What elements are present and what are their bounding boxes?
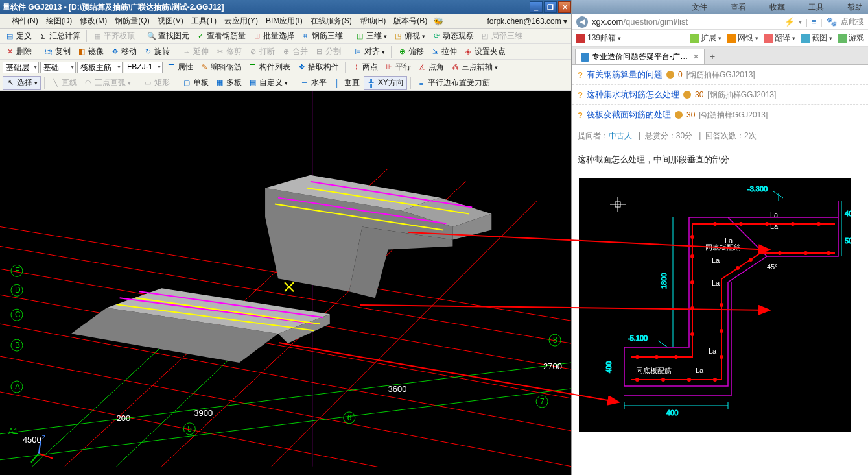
br-menu-help[interactable]: 帮助 (842, 2, 868, 13)
batch-button[interactable]: ⊞批量选择 (250, 30, 297, 42)
svg-text:La: La (770, 211, 779, 219)
br-menu-fav[interactable]: 收藏 (764, 2, 790, 13)
viewgj-button[interactable]: ✓查看钢筋量 (193, 30, 248, 42)
back-button[interactable]: ◀ (576, 16, 588, 28)
pick-button[interactable]: ✥拾取构件 (294, 61, 342, 73)
menu-cloud[interactable]: 云应用(Y) (220, 16, 262, 27)
category-dropdown[interactable]: 基础 (40, 62, 76, 73)
copy-button[interactable]: ⿻复制 (41, 45, 73, 58)
sum-button[interactable]: Σ汇总计算 (36, 30, 83, 42)
arc3-button[interactable]: ◠三点画弧▾ (81, 77, 134, 89)
single-button[interactable]: ▢单板 (180, 77, 211, 89)
question-item[interactable]: ? 有关钢筋算量的问题 0 [钢筋抽样GGJ2013] (572, 65, 868, 85)
layer-dropdown[interactable]: 基础层 (3, 62, 39, 73)
close-button[interactable]: ✕ (558, 1, 571, 13)
coin-icon (666, 71, 674, 79)
br-menu-tool[interactable]: 工具 (803, 2, 829, 13)
edge-button[interactable]: ≡平行边布置受力筋 (414, 77, 493, 89)
offset-button[interactable]: ⊕偏移 (395, 45, 427, 58)
select-button[interactable]: ↖选择▾ (3, 76, 41, 90)
member-dropdown[interactable]: 筏板主筋 (77, 62, 123, 73)
menu-component[interactable]: 构件(N) (8, 16, 42, 27)
browser-tab[interactable]: 专业造价问题答疑平台-广联达✕ (575, 49, 705, 64)
menu-version[interactable]: 版本号(B) (390, 16, 431, 27)
flash-icon[interactable]: ⚡ (784, 17, 795, 27)
cap-tool[interactable]: 截图▾ (801, 32, 832, 43)
ang-button[interactable]: ∡点角 (415, 61, 447, 73)
split-button[interactable]: ⊟分割 (312, 45, 344, 58)
svg-point-61 (636, 356, 639, 358)
3d-button[interactable]: ◫三维▾ (353, 30, 390, 42)
three-button[interactable]: ⁂三点辅轴▾ (448, 61, 500, 73)
grip-button[interactable]: ◈设置夹点 (461, 45, 508, 58)
para-button[interactable]: ⊪平行 (382, 61, 414, 73)
findmap-button[interactable]: 🔍查找图元 (145, 30, 192, 42)
two-button[interactable]: ⊹两点 (349, 61, 381, 73)
toolbar-2: ✕删除 ⿻复制 ◧镜像 ✥移动 ↻旋转 →延伸 ✂修剪 ⊘打断 ⊕合并 ⊟分割 … (0, 44, 571, 60)
stretch-button[interactable]: ⇲拉伸 (428, 45, 460, 58)
svg-point-65 (691, 307, 694, 310)
prop-button[interactable]: ☰属性 (164, 61, 196, 73)
ver-button[interactable]: ║垂直 (331, 77, 362, 89)
list-button[interactable]: ☲构件列表 (246, 61, 293, 73)
svg-text:D: D (15, 286, 21, 295)
bank-tool[interactable]: 网银▾ (727, 32, 758, 43)
svg-text:La: La (696, 367, 704, 374)
trans-tool[interactable]: 翻译▾ (764, 32, 795, 43)
svg-text:-5.100: -5.100 (628, 334, 648, 342)
tab-close-icon[interactable]: ✕ (693, 53, 699, 61)
dyn-button[interactable]: ⟳动态观察 (429, 30, 476, 42)
menu-bim[interactable]: BIM应用(I) (262, 16, 307, 27)
paw-icon[interactable]: 🐾 (827, 17, 837, 27)
code-dropdown[interactable]: FBZJ-1 (124, 62, 163, 73)
minimize-button[interactable]: _ (530, 1, 543, 13)
xy-button[interactable]: ╬XY方向 (364, 76, 407, 90)
mirror-button[interactable]: ◧镜像 (75, 45, 106, 58)
menu-help[interactable]: 帮助(H) (356, 16, 390, 27)
custom-button[interactable]: ▤自定义▾ (246, 77, 290, 89)
menu-online[interactable]: 在线服务(S) (307, 16, 356, 27)
local3d-button[interactable]: ◰局部三维 (478, 30, 525, 42)
question-title[interactable]: 这种集水坑钢筋怎么处理 (587, 89, 679, 101)
question-item[interactable]: ? 这种集水坑钢筋怎么处理 30 [钢筋抽样GGJ2013] (572, 85, 868, 105)
svg-text:同底板配筋: 同底板配筋 (636, 367, 672, 374)
menu-modify[interactable]: 修改(M) (76, 16, 111, 27)
mail-tool[interactable]: 139邮箱▾ (576, 32, 621, 43)
move-button[interactable]: ✥移动 (108, 45, 139, 58)
extend-button[interactable]: →延伸 (180, 45, 211, 58)
br-menu-file[interactable]: 文件 (686, 2, 712, 13)
menu-draw[interactable]: 绘图(D) (42, 16, 76, 27)
menu-rebar[interactable]: 钢筋量(Q) (111, 16, 153, 27)
menu-tool[interactable]: 工具(T) (187, 16, 220, 27)
merge-button[interactable]: ⊕合并 (279, 45, 311, 58)
question-title[interactable]: 筏板变截面钢筋的处理 (587, 109, 671, 121)
line-button[interactable]: ╲直线 (48, 77, 80, 89)
define-button[interactable]: ▤定义 (3, 30, 34, 42)
maximize-button[interactable]: ❐ (544, 1, 557, 13)
svg-text:B: B (15, 341, 20, 350)
gj3d-button[interactable]: ⌗钢筋三维 (298, 30, 346, 42)
delete-button[interactable]: ✕删除 (3, 45, 34, 58)
menu-view[interactable]: 视图(V) (154, 16, 187, 27)
viewport-3d[interactable]: E D C B A A1 5 6 7 8 4500 3900 3600 2700… (0, 91, 571, 475)
top-button[interactable]: ◳俯视▾ (391, 30, 428, 42)
question-title[interactable]: 有关钢筋算量的问题 (587, 69, 663, 80)
compat-icon[interactable]: ≡ (812, 17, 817, 27)
rotate-button[interactable]: ↻旋转 (141, 45, 172, 58)
break-button[interactable]: ⊘打断 (246, 45, 277, 58)
asker-link[interactable]: 中古人 (609, 131, 632, 140)
tab-add-button[interactable]: + (706, 50, 719, 63)
url-field[interactable]: xgx.com/question/giml/list (592, 17, 784, 27)
trim-button[interactable]: ✂修剪 (213, 45, 244, 58)
slab-button[interactable]: ▦平齐板顶 (90, 30, 137, 42)
ext-tool[interactable]: 扩展▾ (690, 32, 721, 43)
br-menu-view[interactable]: 查看 (725, 2, 751, 13)
rect-button[interactable]: ▭矩形 (141, 77, 172, 89)
multi-button[interactable]: ▦多板 (213, 77, 244, 89)
game-tool[interactable]: 游戏 (838, 32, 864, 43)
editgj-button[interactable]: ✎编辑钢筋 (197, 61, 244, 73)
hor-button[interactable]: ═水平 (298, 77, 329, 89)
question-item[interactable]: ? 筏板变截面钢筋的处理 30 [钢筋抽样GGJ2013] (572, 105, 868, 125)
user-email[interactable]: forpk.chen@163.com ▾ (487, 17, 571, 26)
align-button[interactable]: ⊫对齐▾ (351, 45, 388, 58)
